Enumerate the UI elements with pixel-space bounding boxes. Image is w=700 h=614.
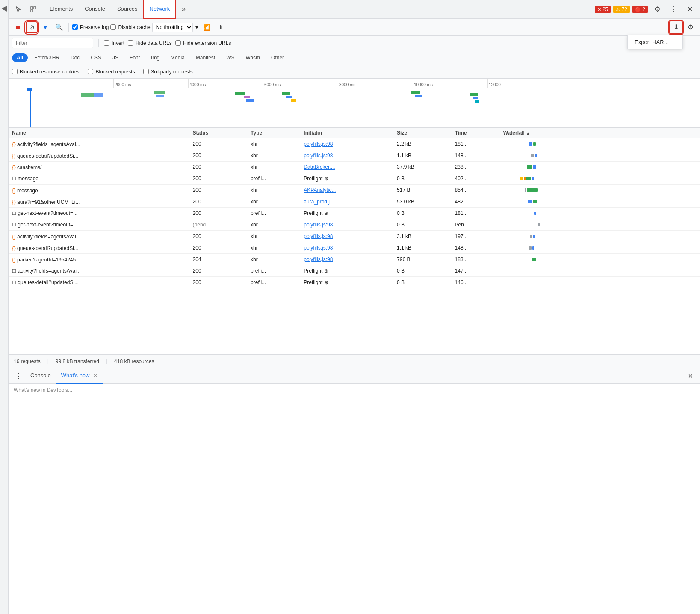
tab-sources[interactable]: Sources xyxy=(111,0,144,19)
export-har-item[interactable]: Export HAR... xyxy=(628,35,682,49)
th-initiator[interactable]: Initiator xyxy=(300,128,393,138)
cursor-tool-btn[interactable] xyxy=(12,3,26,16)
invert-label[interactable]: Invert xyxy=(104,40,124,46)
throttle-select[interactable]: No throttling xyxy=(152,23,193,32)
bottom-menu-icon[interactable]: ⋮ xyxy=(12,370,25,382)
blocked-cookies-label[interactable]: Blocked response cookies xyxy=(12,69,79,75)
type-btn-ws[interactable]: WS xyxy=(222,53,239,62)
more-options-btn[interactable]: ⋮ xyxy=(667,3,680,16)
th-type[interactable]: Type xyxy=(247,128,300,138)
table-row[interactable]: {} message 200 xhr AKPAnalytic... 517 B … xyxy=(9,185,700,196)
bottom-tab-whatsnew[interactable]: What's new ✕ xyxy=(56,368,103,384)
tab-network[interactable]: Network xyxy=(144,0,176,19)
bottom-close-btn[interactable]: ✕ xyxy=(685,370,697,382)
tab-console[interactable]: Console xyxy=(79,0,111,19)
th-waterfall[interactable]: Waterfall ▲ xyxy=(500,128,700,138)
th-time[interactable]: Time xyxy=(452,128,500,138)
blocked-requests-checkbox[interactable] xyxy=(88,69,93,74)
table-row[interactable]: {} parked?agentId=1954245... 204 xhr pol… xyxy=(9,254,700,265)
type-btn-doc[interactable]: Doc xyxy=(66,53,84,62)
invert-checkbox[interactable] xyxy=(104,40,109,46)
third-party-checkbox[interactable] xyxy=(143,69,149,74)
preserve-log-checkbox[interactable] xyxy=(72,24,78,30)
filter-input[interactable] xyxy=(12,38,93,48)
type-btn-all[interactable]: All xyxy=(12,53,28,62)
type-btn-font[interactable]: Font xyxy=(125,53,145,62)
cell-size: 2.2 kB xyxy=(393,138,451,150)
cell-initiator: polyfills.js:98 xyxy=(300,242,393,254)
th-name[interactable]: Name xyxy=(9,128,189,138)
type-btn-other[interactable]: Other xyxy=(266,53,289,62)
type-btn-img[interactable]: Img xyxy=(146,53,164,62)
close-devtools-btn[interactable]: ✕ xyxy=(683,3,697,16)
table-row[interactable]: {} activity?fields=agentsAvai... 200 xhr… xyxy=(9,231,700,242)
blocked-requests-label[interactable]: Blocked requests xyxy=(88,69,135,75)
cell-type: xhr xyxy=(247,138,300,150)
import-btn[interactable]: ⬆ xyxy=(215,21,227,33)
table-row[interactable]: ☐ get-next-event?timeout=... 200 prefli.… xyxy=(9,208,700,219)
status-transferred: 99.8 kB transferred xyxy=(56,358,99,364)
bottom-content: What's new in DevTools... xyxy=(9,384,700,397)
third-party-label[interactable]: 3rd-party requests xyxy=(143,69,192,75)
type-btn-manifest[interactable]: Manifest xyxy=(191,53,220,62)
table-row[interactable]: ☐ queues-detail?updatedSi... 200 prefli.… xyxy=(9,277,700,288)
cell-name: ☐ message xyxy=(9,173,189,185)
ruler-tick-6000: 6000 ms xyxy=(263,79,281,88)
timeline-bar-3a xyxy=(235,92,245,95)
initiator-link[interactable]: aura_prod.j... xyxy=(304,199,334,205)
type-btn-js[interactable]: JS xyxy=(108,53,123,62)
table-row[interactable]: {} queues-detail?updatedSi... 200 xhr po… xyxy=(9,150,700,162)
tab-elements[interactable]: Elements xyxy=(44,0,79,19)
initiator-link[interactable]: DataBroker.... xyxy=(304,164,335,170)
initiator-link[interactable]: polyfills.js:98 xyxy=(304,153,333,159)
initiator-link[interactable]: polyfills.js:98 xyxy=(304,233,333,239)
filter-btn[interactable]: ▼ xyxy=(39,21,51,33)
table-row[interactable]: ☐ activity?fields=agentsAvai... 200 pref… xyxy=(9,265,700,277)
initiator-link[interactable]: polyfills.js:98 xyxy=(304,141,333,147)
th-status[interactable]: Status xyxy=(189,128,247,138)
preserve-log-label[interactable]: Preserve log xyxy=(72,24,109,30)
blocked-cookies-checkbox[interactable] xyxy=(12,69,18,74)
table-row[interactable]: {} aura?r=91&other.UCM_Li... 200 xhr aur… xyxy=(9,196,700,208)
inspect-tool-btn[interactable] xyxy=(27,3,40,16)
table-row[interactable]: ☐ get-next-event?timeout=... (pend... xh… xyxy=(9,219,700,231)
initiator-link[interactable]: AKPAnalytic... xyxy=(304,187,336,193)
cell-type: xhr xyxy=(247,185,300,196)
initiator-link[interactable]: polyfills.js:98 xyxy=(304,222,333,228)
hide-data-urls-checkbox[interactable] xyxy=(128,40,133,46)
record-btn[interactable]: ⏺ xyxy=(12,21,24,33)
hide-ext-urls-checkbox[interactable] xyxy=(175,40,181,46)
export-har-btn[interactable]: ⬇ xyxy=(669,21,683,34)
waterfall-bar xyxy=(533,200,537,203)
cell-size: 796 B xyxy=(393,254,451,265)
wifi-btn[interactable]: 📶 xyxy=(201,21,213,33)
initiator-link[interactable]: polyfills.js:98 xyxy=(304,256,333,262)
sidebar-arrow[interactable]: ◀ xyxy=(1,3,7,13)
waterfall-bar xyxy=(525,188,526,192)
type-btn-css[interactable]: CSS xyxy=(86,53,106,62)
hide-ext-urls-label[interactable]: Hide extension URLs xyxy=(175,40,231,46)
th-size[interactable]: Size xyxy=(393,128,451,138)
disable-cache-label[interactable]: Disable cache xyxy=(110,24,150,30)
table-row[interactable]: {} activity?fields=agentsAvai... 200 xhr… xyxy=(9,138,700,150)
bottom-tab-whatsnew-close[interactable]: ✕ xyxy=(92,372,98,379)
type-btn-wasm[interactable]: Wasm xyxy=(241,53,265,62)
table-row[interactable]: ☐ message 200 prefli... Preflight ⊕ 0 B … xyxy=(9,173,700,185)
search-btn[interactable]: 🔍 xyxy=(53,21,65,33)
tab-more[interactable]: » xyxy=(176,0,192,19)
bottom-tab-console[interactable]: Console xyxy=(25,368,56,384)
network-settings-btn[interactable]: ⚙ xyxy=(685,21,697,33)
table-row[interactable]: {} queues-detail?updatedSi... 200 xhr po… xyxy=(9,242,700,254)
settings-btn[interactable]: ⚙ xyxy=(650,3,664,16)
hide-data-urls-label[interactable]: Hide data URLs xyxy=(128,40,172,46)
cell-time: Pen... xyxy=(452,219,500,231)
clear-btn[interactable]: ⊘ xyxy=(26,21,38,33)
cell-initiator: Preflight ⊕ xyxy=(300,173,393,185)
disable-cache-checkbox[interactable] xyxy=(110,24,116,30)
cell-type: prefli... xyxy=(247,265,300,277)
table-row[interactable]: {} caasitems/ 200 xhr DataBroker.... 37.… xyxy=(9,162,700,173)
type-btn-media[interactable]: Media xyxy=(166,53,189,62)
type-btn-fetch/xhr[interactable]: Fetch/XHR xyxy=(30,53,64,62)
initiator-link[interactable]: polyfills.js:98 xyxy=(304,245,333,251)
cell-size: 0 B xyxy=(393,208,451,219)
